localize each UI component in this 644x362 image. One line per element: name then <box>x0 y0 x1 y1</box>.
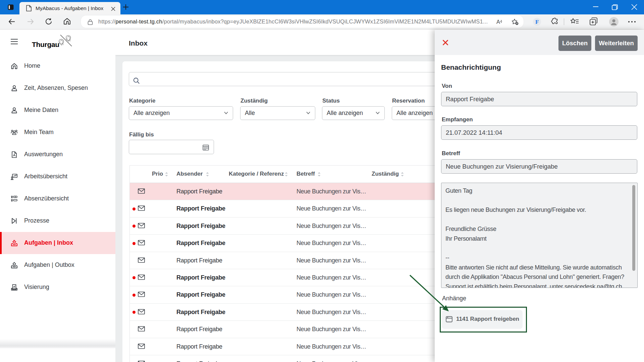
svg-text:F: F <box>535 19 539 25</box>
svg-text:A: A <box>496 19 500 25</box>
